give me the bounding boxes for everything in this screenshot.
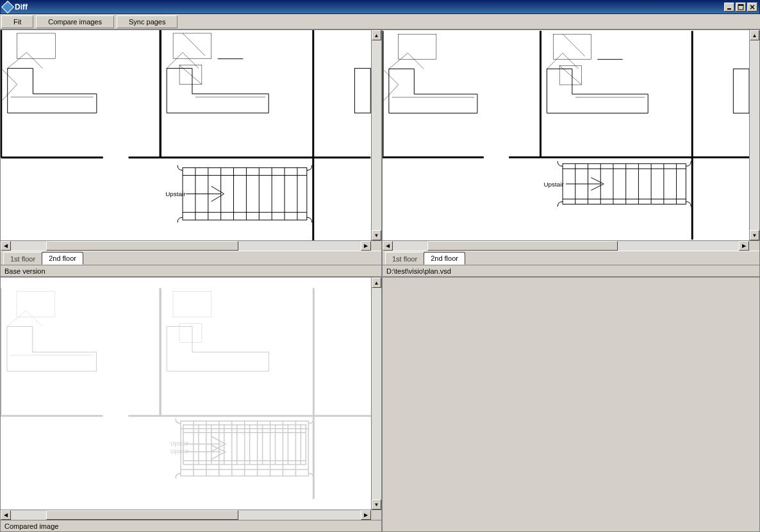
tab-2nd-floor[interactable]: 2nd floor [424,252,465,265]
scroll-track[interactable] [750,40,759,230]
floorplan-svg: Upstair [383,30,749,240]
floorplan-canvas-diff[interactable]: Upstair Upstair [1,278,371,510]
scroll-up-button[interactable]: ▲ [372,278,381,288]
svg-rect-70 [17,292,55,317]
scroll-right-button[interactable]: ▶ [739,241,749,251]
horizontal-scrollbar[interactable]: ◀ ▶ [383,240,759,251]
tab-1st-floor[interactable]: 1st floor [385,252,424,265]
pane-path-label: D:\test\visio\plan.vsd [383,265,759,276]
tab-1st-floor[interactable]: 1st floor [3,252,42,265]
scroll-track[interactable] [372,288,381,499]
svg-line-49 [563,34,585,56]
floorplan-svg: Upstair [1,30,371,240]
horizontal-scrollbar[interactable]: ◀ ▶ [1,510,381,520]
scroll-right-button[interactable]: ▶ [361,510,371,520]
toolbar: Fit Compare images Sync pages [0,14,760,29]
upstair-label: Upstair [543,181,564,188]
vertical-scrollbar[interactable]: ▲ ▼ [371,278,381,510]
scroll-up-button[interactable]: ▲ [372,30,381,40]
upstair-label: Upstair [165,190,186,197]
tab-2nd-floor[interactable]: 2nd floor [42,252,83,265]
scroll-right-button[interactable]: ▶ [361,241,371,251]
app-icon [1,1,14,13]
scroll-left-button[interactable]: ◀ [383,241,393,251]
window-title: Diff [15,3,724,12]
upstair-diff-label-1: Upstair [170,440,188,447]
svg-rect-10 [17,33,56,59]
scroll-corner [371,510,381,520]
svg-rect-76 [173,292,211,317]
titlebar: Diff [0,0,760,14]
maximize-button[interactable] [736,3,746,12]
main-grid: Upstair ▲ ▼ ◀ ▶ 1st floor 2nd floor Base… [0,29,760,532]
pane-top-left: Upstair ▲ ▼ ◀ ▶ 1st floor 2nd floor Base… [0,29,382,277]
vertical-scrollbar[interactable]: ▲ ▼ [749,30,759,240]
scroll-corner [371,241,381,251]
canvas-wrap: Upstair Upstair ▲ ▼ [1,278,381,510]
scroll-down-button[interactable]: ▼ [372,230,381,240]
scroll-track[interactable] [11,241,361,251]
svg-rect-15 [354,69,370,113]
svg-rect-20 [173,33,211,59]
svg-rect-45 [733,69,749,113]
scroll-left-button[interactable]: ◀ [1,510,11,520]
tabs-row: 1st floor 2nd floor [1,251,381,265]
tabs-row: 1st floor 2nd floor [383,251,759,265]
vertical-scrollbar[interactable]: ▲ ▼ [371,30,381,240]
pane-bottom-right [382,277,760,532]
upstair-diff-label-2: Upstair [170,448,188,454]
window-controls [724,3,757,12]
fit-button[interactable]: Fit [1,15,33,28]
floorplan-diff-svg: Upstair Upstair [1,278,371,510]
svg-line-19 [183,33,205,56]
sync-pages-button[interactable]: Sync pages [117,15,178,28]
canvas-wrap: Upstair ▲ ▼ [383,30,759,240]
scroll-corner [749,241,759,251]
svg-rect-50 [553,34,591,59]
scroll-track[interactable] [393,241,739,251]
pane-bottom-left: Upstair Upstair ▲ ▼ ◀ ▶ Compared image [0,277,382,532]
scroll-up-button[interactable]: ▲ [750,30,759,40]
scroll-thumb[interactable] [46,241,238,251]
scroll-down-button[interactable]: ▼ [750,230,759,240]
pane-label: Base version [1,265,381,276]
scroll-track[interactable] [11,510,361,520]
minimize-button[interactable] [724,3,734,12]
canvas-wrap: Upstair ▲ ▼ [1,30,381,240]
horizontal-scrollbar[interactable]: ◀ ▶ [1,240,381,251]
scroll-track[interactable] [372,40,381,230]
pane-top-right: Upstair ▲ ▼ ◀ ▶ 1st floor 2nd floor D:\t… [382,29,760,277]
pane-label: Compared image [1,520,381,531]
compare-images-button[interactable]: Compare images [36,15,114,28]
scroll-down-button[interactable]: ▼ [372,499,381,510]
scroll-left-button[interactable]: ◀ [1,241,11,251]
svg-rect-40 [399,34,436,59]
scroll-thumb[interactable] [427,241,618,251]
floorplan-canvas-file[interactable]: Upstair [383,30,749,240]
scroll-thumb[interactable] [46,510,238,520]
close-button[interactable] [747,3,757,12]
floorplan-canvas-base[interactable]: Upstair [1,30,371,240]
